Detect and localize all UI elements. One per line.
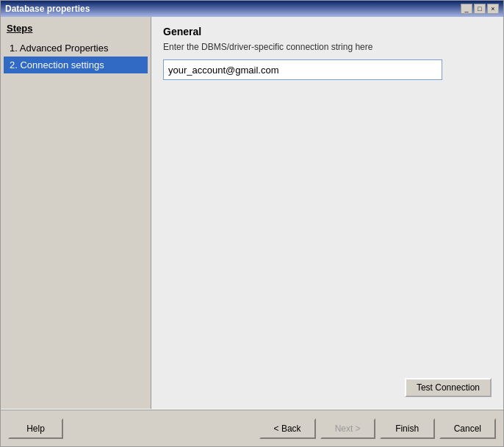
bottom-right-buttons: < Back Next > Finish Cancel [259, 418, 496, 439]
minimize-button[interactable]: _ [461, 4, 472, 14]
dialog-window: Database properties _ □ × Steps 1. Advan… [0, 0, 504, 447]
main-panel: General Enter the DBMS/driver-specific c… [151, 17, 503, 409]
cancel-button[interactable]: Cancel [439, 418, 496, 439]
next-button[interactable]: Next > [320, 418, 375, 439]
help-button[interactable]: Help [8, 418, 63, 439]
finish-button[interactable]: Finish [380, 418, 435, 439]
sidebar-item-connection-settings[interactable]: 2. Connection settings [4, 57, 148, 73]
sidebar-item-advanced-properties[interactable]: 1. Advanced Properties [4, 40, 148, 57]
maximize-button[interactable]: □ [474, 4, 486, 14]
sidebar: Steps 1. Advanced Properties 2. Connecti… [1, 17, 151, 409]
bottom-bar: Help < Back Next > Finish Cancel [1, 410, 503, 446]
test-connection-button[interactable]: Test Connection [405, 378, 492, 397]
section-description: Enter the DBMS/driver-specific connectio… [163, 42, 492, 52]
test-connection-area: Test Connection [405, 378, 492, 397]
window-title: Database properties [5, 4, 90, 14]
connection-string-input[interactable] [163, 59, 442, 80]
steps-heading: Steps [4, 23, 148, 34]
bottom-left-buttons: Help [8, 418, 63, 439]
title-bar: Database properties _ □ × [1, 1, 503, 17]
window-controls: _ □ × [461, 4, 499, 14]
back-button[interactable]: < Back [259, 418, 316, 439]
close-button[interactable]: × [487, 4, 499, 14]
content-area: Steps 1. Advanced Properties 2. Connecti… [1, 17, 503, 409]
section-title: General [163, 26, 492, 37]
